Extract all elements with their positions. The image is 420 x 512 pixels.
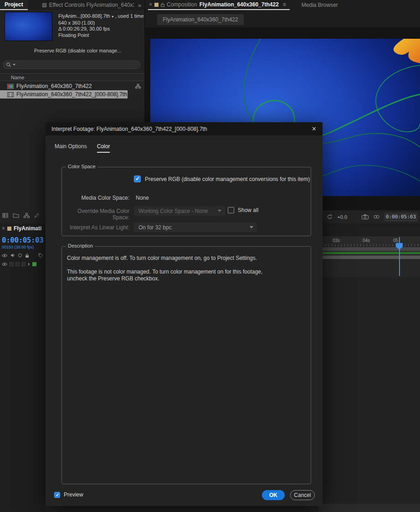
new-composition-icon[interactable]: [24, 213, 30, 218]
dialog-titlebar[interactable]: Interpret Footage: FlyAnimation_640x360_…: [46, 122, 323, 135]
search-box[interactable]: [3, 61, 140, 69]
search-icon: [6, 62, 11, 67]
timeline-panel-right: 03s 04s 05: [319, 223, 420, 512]
time-ruler[interactable]: 03s 04s 05: [319, 236, 420, 247]
composition-item-icon: [7, 84, 14, 89]
preview-checkbox[interactable]: [54, 492, 60, 498]
timeline-tabbar: × FlyAnimati: [0, 223, 46, 233]
ruler-tick-label: 04s: [363, 238, 370, 243]
caret-down-icon[interactable]: ▼: [111, 15, 114, 18]
preview-row: Preview: [54, 491, 83, 498]
timeline-layer-row[interactable]: ›: [1, 261, 37, 267]
show-all-checkbox[interactable]: [228, 207, 234, 213]
project-item-footage-selected[interactable]: FlyAnimation_640x360_7th422_[000-808].7t…: [0, 90, 128, 98]
pen-icon[interactable]: [34, 213, 39, 218]
project-panel-tabbar: Project Effect Controls FlyAnimation_640…: [0, 0, 144, 10]
frame-counter: 00153 (30.00 fps): [2, 245, 34, 249]
used-in-comp-icon[interactable]: [135, 84, 141, 88]
preserve-rgb-label[interactable]: Preserve RGB (disable color management c…: [145, 176, 310, 182]
eye-icon[interactable]: [1, 253, 8, 258]
color-space-group: Color Space Preserve RGB (disable color …: [61, 167, 311, 236]
description-group: Description Color management is off. To …: [61, 246, 311, 484]
footage-duration: Δ 0:00:26:29, 30.00 fps: [58, 26, 144, 32]
tab-overflow-chevrons-icon[interactable]: »: [138, 2, 144, 9]
interpret-linear-dropdown[interactable]: On for 32 bpc: [134, 222, 257, 232]
tab-composition[interactable]: × Composition FlyAnimation_640x360_7th42…: [148, 0, 290, 10]
expand-layer-arrow-icon[interactable]: ›: [28, 261, 30, 267]
timeline-panel-left: × FlyAnimati 0:00:05:03 00153 (30.00 fps…: [0, 223, 46, 512]
new-folder-icon[interactable]: [13, 213, 19, 218]
tab-main-options[interactable]: Main Options: [55, 143, 87, 153]
footage-dimensions: 640 x 360 (1.00): [58, 20, 144, 26]
preserve-rgb-checkbox[interactable]: [134, 176, 141, 182]
project-panel-footer-toolbar: [2, 213, 39, 218]
layer-visibility-eye-icon[interactable]: [1, 262, 8, 266]
interpret-linear-label: Interpret As Linear Light:: [62, 224, 129, 231]
composition-tabbar: × Composition FlyAnimation_640x360_7th42…: [145, 0, 420, 10]
ruler-tick-marks: [319, 244, 420, 247]
audio-icon[interactable]: [10, 253, 15, 258]
layer-switch-box[interactable]: [10, 262, 14, 266]
timeline-scrollbar-area[interactable]: [319, 504, 420, 512]
comp-color-swatch-icon: [7, 227, 11, 231]
panel-menu-icon[interactable]: ≡: [283, 1, 286, 8]
comp-color-swatch-icon: [154, 3, 159, 7]
layer-switch-box[interactable]: [15, 262, 20, 266]
show-snapshot-icon[interactable]: [373, 215, 380, 219]
after-effects-window: Project Effect Controls FlyAnimation_640…: [0, 0, 420, 512]
description-paragraph-1: Color management is off. To turn color m…: [67, 255, 257, 261]
tab-project[interactable]: Project: [0, 0, 28, 10]
label-tag-icon[interactable]: [38, 253, 43, 258]
composition-tab-name: FlyAnimation_640x360_7th422: [200, 1, 279, 8]
layer-duration-green-bar[interactable]: [319, 253, 420, 253]
description-paragraph-2-line-1: This footage is not color managed. To tu…: [67, 269, 262, 275]
panel-square-icon: [42, 3, 46, 7]
color-space-legend: Color Space: [66, 164, 97, 169]
composition-breadcrumb-button[interactable]: FlyAnimation_640x360_7th422: [157, 14, 244, 25]
cancel-button[interactable]: Cancel: [290, 490, 315, 500]
name-column-header[interactable]: Name: [11, 75, 24, 80]
reset-exposure-icon[interactable]: [327, 214, 333, 220]
description-legend: Description: [66, 243, 95, 248]
viewer-timecode-box[interactable]: 0:00:05:03: [384, 213, 417, 221]
footage-title: FlyAnim...[000-808].7th: [58, 13, 110, 19]
lock-icon[interactable]: [25, 253, 29, 258]
footage-item-icon: [7, 92, 14, 97]
work-area-bar[interactable]: [319, 247, 420, 251]
timeline-tab-name[interactable]: FlyAnimati: [14, 225, 41, 232]
ok-button[interactable]: OK: [262, 490, 285, 500]
override-color-space-label: Override Media Color Space:: [62, 208, 129, 221]
tab-effect-controls[interactable]: Effect Controls FlyAnimation_640x3(: [49, 2, 134, 8]
footage-info-line-1: FlyAnim...[000-808].7th▼, used 1 time: [58, 13, 144, 20]
close-tab-icon[interactable]: ×: [2, 225, 5, 232]
solo-icon[interactable]: [18, 253, 22, 258]
override-color-space-dropdown[interactable]: Working Color Space - None: [134, 206, 225, 216]
exposure-value[interactable]: +0.0: [337, 214, 347, 220]
layer-switch-box[interactable]: [21, 262, 26, 266]
lock-icon: [161, 3, 164, 7]
footage-info-block: FlyAnim...[000-808].7th▼, used 1 time 64…: [58, 13, 144, 38]
layer-color-swatch[interactable]: [32, 262, 37, 267]
search-filter-caret-icon[interactable]: [13, 64, 15, 66]
show-all-label[interactable]: Show all: [238, 207, 258, 213]
current-timecode[interactable]: 0:00:05:03: [2, 236, 43, 244]
layer-band-secondary: [319, 256, 420, 259]
tab-color[interactable]: Color: [97, 143, 110, 153]
interpret-footage-icon[interactable]: [2, 213, 8, 218]
dialog-tabs: Main Options Color: [55, 143, 110, 153]
project-item-composition[interactable]: FlyAnimation_640x360_7th422: [0, 82, 144, 90]
close-tab-icon[interactable]: ×: [149, 1, 152, 8]
preview-label[interactable]: Preview: [64, 491, 83, 498]
timeline-empty-area: [319, 277, 420, 504]
tab-media-browser[interactable]: Media Browser: [302, 2, 338, 8]
ruler-tick-label: 03s: [333, 238, 340, 243]
preserve-rgb-row: Preserve RGB (disable color management c…: [134, 176, 310, 182]
list-header-row[interactable]: Name: [0, 73, 144, 81]
tracks-background: [319, 259, 420, 277]
footage-color-profile-note: Preserve RGB (disable color manage...: [34, 48, 121, 53]
playhead-line[interactable]: [399, 237, 400, 276]
dialog-close-icon[interactable]: ✕: [312, 125, 317, 132]
snapshot-camera-icon[interactable]: [362, 214, 369, 219]
timeline-column-icons: [1, 252, 43, 259]
show-all-row: Show all: [228, 207, 258, 213]
